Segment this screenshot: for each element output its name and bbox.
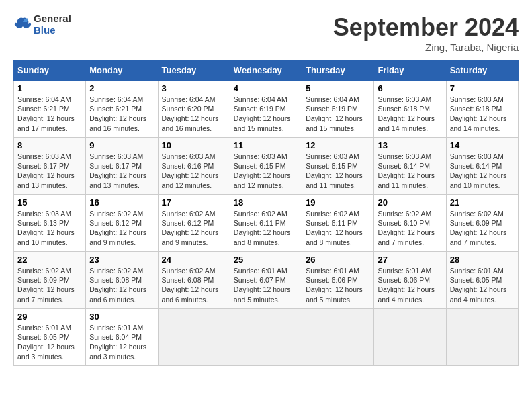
- week-row-1: 1 Sunrise: 6:04 AMSunset: 6:21 PMDayligh…: [14, 81, 519, 138]
- day-number: 8: [17, 140, 82, 150]
- day-info: Sunrise: 6:01 AMSunset: 6:04 PMDaylight:…: [89, 324, 146, 361]
- day-number: 10: [162, 140, 226, 150]
- day-number: 27: [378, 255, 442, 265]
- day-info: Sunrise: 6:03 AMSunset: 6:14 PMDaylight:…: [450, 152, 507, 189]
- day-number: 5: [306, 83, 370, 93]
- table-cell: [158, 309, 230, 366]
- table-cell: 6 Sunrise: 6:03 AMSunset: 6:18 PMDayligh…: [374, 81, 446, 138]
- day-info: Sunrise: 6:03 AMSunset: 6:15 PMDaylight:…: [306, 152, 363, 189]
- logo-text-general: General: [34, 13, 71, 25]
- table-cell: 18 Sunrise: 6:02 AMSunset: 6:11 PMDaylig…: [230, 195, 302, 252]
- day-info: Sunrise: 6:04 AMSunset: 6:19 PMDaylight:…: [234, 95, 291, 132]
- table-cell: 11 Sunrise: 6:03 AMSunset: 6:15 PMDaylig…: [230, 138, 302, 195]
- table-cell: 5 Sunrise: 6:04 AMSunset: 6:19 PMDayligh…: [302, 81, 374, 138]
- day-number: 4: [234, 83, 298, 93]
- header-tuesday: Tuesday: [158, 60, 230, 81]
- header-wednesday: Wednesday: [230, 60, 302, 81]
- table-cell: 29 Sunrise: 6:01 AMSunset: 6:05 PMDaylig…: [14, 309, 86, 366]
- day-number: 17: [162, 197, 226, 208]
- table-cell: [230, 309, 302, 366]
- day-number: 2: [89, 83, 154, 93]
- day-info: Sunrise: 6:02 AMSunset: 6:09 PMDaylight:…: [17, 267, 75, 304]
- logo-text-blue: Blue: [34, 25, 71, 36]
- table-cell: 25 Sunrise: 6:01 AMSunset: 6:07 PMDaylig…: [230, 252, 302, 309]
- day-info: Sunrise: 6:03 AMSunset: 6:14 PMDaylight:…: [378, 152, 435, 189]
- table-cell: 28 Sunrise: 6:01 AMSunset: 6:05 PMDaylig…: [446, 252, 518, 309]
- day-info: Sunrise: 6:03 AMSunset: 6:17 PMDaylight:…: [17, 152, 75, 189]
- day-number: 29: [17, 312, 82, 322]
- table-cell: 22 Sunrise: 6:02 AMSunset: 6:09 PMDaylig…: [14, 252, 86, 309]
- day-number: 11: [234, 140, 298, 150]
- table-cell: 20 Sunrise: 6:02 AMSunset: 6:10 PMDaylig…: [374, 195, 446, 252]
- day-number: 25: [234, 255, 298, 265]
- header-thursday: Thursday: [302, 60, 374, 81]
- calendar-table: Sunday Monday Tuesday Wednesday Thursday…: [13, 60, 519, 366]
- table-cell: 23 Sunrise: 6:02 AMSunset: 6:08 PMDaylig…: [86, 252, 158, 309]
- day-number: 12: [306, 140, 370, 150]
- day-info: Sunrise: 6:02 AMSunset: 6:08 PMDaylight:…: [89, 267, 146, 304]
- day-number: 16: [89, 197, 154, 208]
- day-info: Sunrise: 6:01 AMSunset: 6:05 PMDaylight:…: [17, 324, 75, 361]
- day-number: 20: [378, 197, 442, 208]
- logo-bird-icon: [13, 15, 32, 34]
- logo: General Blue: [13, 13, 71, 36]
- day-number: 15: [17, 197, 82, 208]
- day-number: 13: [378, 140, 442, 150]
- day-info: Sunrise: 6:01 AMSunset: 6:07 PMDaylight:…: [234, 267, 291, 304]
- day-number: 26: [306, 255, 370, 265]
- table-cell: 27 Sunrise: 6:01 AMSunset: 6:06 PMDaylig…: [374, 252, 446, 309]
- day-info: Sunrise: 6:02 AMSunset: 6:11 PMDaylight:…: [234, 210, 291, 246]
- header-monday: Monday: [86, 60, 158, 81]
- week-row-4: 22 Sunrise: 6:02 AMSunset: 6:09 PMDaylig…: [14, 252, 519, 309]
- header-sunday: Sunday: [14, 60, 86, 81]
- day-headers: Sunday Monday Tuesday Wednesday Thursday…: [14, 60, 519, 81]
- table-cell: 14 Sunrise: 6:03 AMSunset: 6:14 PMDaylig…: [446, 138, 518, 195]
- table-cell: 9 Sunrise: 6:03 AMSunset: 6:17 PMDayligh…: [86, 138, 158, 195]
- page-header: General Blue September 2024 Zing, Taraba…: [13, 13, 519, 53]
- table-cell: 12 Sunrise: 6:03 AMSunset: 6:15 PMDaylig…: [302, 138, 374, 195]
- day-info: Sunrise: 6:03 AMSunset: 6:18 PMDaylight:…: [450, 95, 507, 132]
- table-cell: 16 Sunrise: 6:02 AMSunset: 6:12 PMDaylig…: [86, 195, 158, 252]
- table-cell: 3 Sunrise: 6:04 AMSunset: 6:20 PMDayligh…: [158, 81, 230, 138]
- day-info: Sunrise: 6:02 AMSunset: 6:11 PMDaylight:…: [306, 210, 363, 246]
- day-info: Sunrise: 6:03 AMSunset: 6:16 PMDaylight:…: [162, 152, 219, 189]
- table-cell: 8 Sunrise: 6:03 AMSunset: 6:17 PMDayligh…: [14, 138, 86, 195]
- table-cell: 13 Sunrise: 6:03 AMSunset: 6:14 PMDaylig…: [374, 138, 446, 195]
- title-block: September 2024 Zing, Taraba, Nigeria: [333, 13, 519, 53]
- day-number: 19: [306, 197, 370, 208]
- day-number: 18: [234, 197, 298, 208]
- day-info: Sunrise: 6:01 AMSunset: 6:05 PMDaylight:…: [450, 267, 507, 304]
- table-cell: 4 Sunrise: 6:04 AMSunset: 6:19 PMDayligh…: [230, 81, 302, 138]
- day-info: Sunrise: 6:03 AMSunset: 6:13 PMDaylight:…: [17, 210, 75, 246]
- day-number: 7: [450, 83, 515, 93]
- table-cell: 30 Sunrise: 6:01 AMSunset: 6:04 PMDaylig…: [86, 309, 158, 366]
- table-cell: [302, 309, 374, 366]
- location: Zing, Taraba, Nigeria: [333, 42, 519, 53]
- day-info: Sunrise: 6:03 AMSunset: 6:15 PMDaylight:…: [234, 152, 291, 189]
- day-number: 28: [450, 255, 515, 265]
- table-cell: 10 Sunrise: 6:03 AMSunset: 6:16 PMDaylig…: [158, 138, 230, 195]
- day-info: Sunrise: 6:04 AMSunset: 6:19 PMDaylight:…: [306, 95, 363, 132]
- day-info: Sunrise: 6:02 AMSunset: 6:08 PMDaylight:…: [162, 267, 219, 304]
- header-saturday: Saturday: [446, 60, 518, 81]
- day-info: Sunrise: 6:03 AMSunset: 6:17 PMDaylight:…: [89, 152, 146, 189]
- day-info: Sunrise: 6:04 AMSunset: 6:21 PMDaylight:…: [17, 95, 75, 132]
- day-number: 30: [89, 312, 154, 322]
- day-number: 9: [89, 140, 154, 150]
- day-number: 24: [162, 255, 226, 265]
- week-row-5: 29 Sunrise: 6:01 AMSunset: 6:05 PMDaylig…: [14, 309, 519, 366]
- table-cell: 24 Sunrise: 6:02 AMSunset: 6:08 PMDaylig…: [158, 252, 230, 309]
- day-number: 14: [450, 140, 515, 150]
- table-cell: 19 Sunrise: 6:02 AMSunset: 6:11 PMDaylig…: [302, 195, 374, 252]
- day-number: 6: [378, 83, 442, 93]
- day-number: 3: [162, 83, 226, 93]
- day-info: Sunrise: 6:02 AMSunset: 6:12 PMDaylight:…: [162, 210, 219, 246]
- day-info: Sunrise: 6:02 AMSunset: 6:12 PMDaylight:…: [89, 210, 146, 246]
- day-info: Sunrise: 6:01 AMSunset: 6:06 PMDaylight:…: [378, 267, 435, 304]
- logo-container: General Blue: [13, 13, 71, 36]
- table-cell: 21 Sunrise: 6:02 AMSunset: 6:09 PMDaylig…: [446, 195, 518, 252]
- day-number: 22: [17, 255, 82, 265]
- day-info: Sunrise: 6:02 AMSunset: 6:10 PMDaylight:…: [378, 210, 435, 246]
- week-row-3: 15 Sunrise: 6:03 AMSunset: 6:13 PMDaylig…: [14, 195, 519, 252]
- day-info: Sunrise: 6:01 AMSunset: 6:06 PMDaylight:…: [306, 267, 363, 304]
